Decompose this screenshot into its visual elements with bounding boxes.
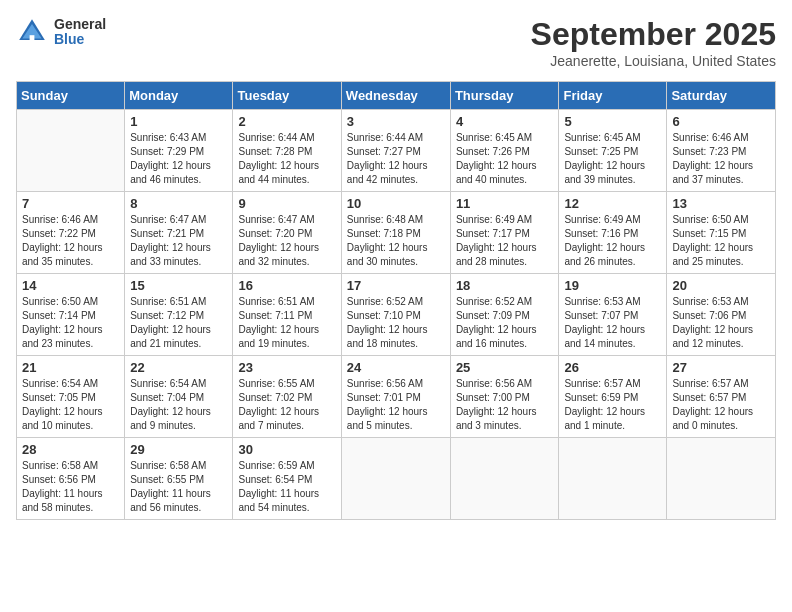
header-cell-wednesday: Wednesday xyxy=(341,82,450,110)
day-cell: 8Sunrise: 6:47 AM Sunset: 7:21 PM Daylig… xyxy=(125,192,233,274)
day-number: 11 xyxy=(456,196,554,211)
day-number: 19 xyxy=(564,278,661,293)
day-cell: 30Sunrise: 6:59 AM Sunset: 6:54 PM Dayli… xyxy=(233,438,341,520)
week-row-2: 14Sunrise: 6:50 AM Sunset: 7:14 PM Dayli… xyxy=(17,274,776,356)
day-info: Sunrise: 6:48 AM Sunset: 7:18 PM Dayligh… xyxy=(347,213,445,269)
day-number: 10 xyxy=(347,196,445,211)
day-cell: 29Sunrise: 6:58 AM Sunset: 6:55 PM Dayli… xyxy=(125,438,233,520)
day-number: 26 xyxy=(564,360,661,375)
day-info: Sunrise: 6:50 AM Sunset: 7:14 PM Dayligh… xyxy=(22,295,119,351)
day-number: 27 xyxy=(672,360,770,375)
logo-icon xyxy=(16,16,48,48)
calendar-header: SundayMondayTuesdayWednesdayThursdayFrid… xyxy=(17,82,776,110)
day-cell: 28Sunrise: 6:58 AM Sunset: 6:56 PM Dayli… xyxy=(17,438,125,520)
day-cell: 22Sunrise: 6:54 AM Sunset: 7:04 PM Dayli… xyxy=(125,356,233,438)
day-info: Sunrise: 6:46 AM Sunset: 7:23 PM Dayligh… xyxy=(672,131,770,187)
day-cell: 24Sunrise: 6:56 AM Sunset: 7:01 PM Dayli… xyxy=(341,356,450,438)
title-block: September 2025 Jeanerette, Louisiana, Un… xyxy=(531,16,776,69)
day-info: Sunrise: 6:58 AM Sunset: 6:55 PM Dayligh… xyxy=(130,459,227,515)
day-cell: 26Sunrise: 6:57 AM Sunset: 6:59 PM Dayli… xyxy=(559,356,667,438)
day-cell: 14Sunrise: 6:50 AM Sunset: 7:14 PM Dayli… xyxy=(17,274,125,356)
day-info: Sunrise: 6:49 AM Sunset: 7:17 PM Dayligh… xyxy=(456,213,554,269)
day-number: 21 xyxy=(22,360,119,375)
day-cell: 13Sunrise: 6:50 AM Sunset: 7:15 PM Dayli… xyxy=(667,192,776,274)
day-info: Sunrise: 6:52 AM Sunset: 7:10 PM Dayligh… xyxy=(347,295,445,351)
day-number: 15 xyxy=(130,278,227,293)
day-info: Sunrise: 6:49 AM Sunset: 7:16 PM Dayligh… xyxy=(564,213,661,269)
day-number: 7 xyxy=(22,196,119,211)
day-number: 30 xyxy=(238,442,335,457)
day-cell: 7Sunrise: 6:46 AM Sunset: 7:22 PM Daylig… xyxy=(17,192,125,274)
week-row-0: 1Sunrise: 6:43 AM Sunset: 7:29 PM Daylig… xyxy=(17,110,776,192)
day-info: Sunrise: 6:47 AM Sunset: 7:21 PM Dayligh… xyxy=(130,213,227,269)
day-number: 1 xyxy=(130,114,227,129)
day-number: 25 xyxy=(456,360,554,375)
day-cell: 9Sunrise: 6:47 AM Sunset: 7:20 PM Daylig… xyxy=(233,192,341,274)
day-number: 29 xyxy=(130,442,227,457)
header-cell-saturday: Saturday xyxy=(667,82,776,110)
page-header: General Blue September 2025 Jeanerette, … xyxy=(16,16,776,69)
day-cell xyxy=(667,438,776,520)
day-cell: 20Sunrise: 6:53 AM Sunset: 7:06 PM Dayli… xyxy=(667,274,776,356)
day-info: Sunrise: 6:52 AM Sunset: 7:09 PM Dayligh… xyxy=(456,295,554,351)
day-number: 14 xyxy=(22,278,119,293)
day-number: 3 xyxy=(347,114,445,129)
month-title: September 2025 xyxy=(531,16,776,53)
day-cell: 5Sunrise: 6:45 AM Sunset: 7:25 PM Daylig… xyxy=(559,110,667,192)
header-cell-thursday: Thursday xyxy=(450,82,559,110)
day-info: Sunrise: 6:50 AM Sunset: 7:15 PM Dayligh… xyxy=(672,213,770,269)
day-cell: 1Sunrise: 6:43 AM Sunset: 7:29 PM Daylig… xyxy=(125,110,233,192)
day-number: 4 xyxy=(456,114,554,129)
day-cell: 21Sunrise: 6:54 AM Sunset: 7:05 PM Dayli… xyxy=(17,356,125,438)
day-info: Sunrise: 6:45 AM Sunset: 7:26 PM Dayligh… xyxy=(456,131,554,187)
location: Jeanerette, Louisiana, United States xyxy=(531,53,776,69)
day-cell xyxy=(559,438,667,520)
day-info: Sunrise: 6:55 AM Sunset: 7:02 PM Dayligh… xyxy=(238,377,335,433)
day-number: 6 xyxy=(672,114,770,129)
day-cell xyxy=(17,110,125,192)
day-info: Sunrise: 6:45 AM Sunset: 7:25 PM Dayligh… xyxy=(564,131,661,187)
day-info: Sunrise: 6:44 AM Sunset: 7:27 PM Dayligh… xyxy=(347,131,445,187)
day-number: 13 xyxy=(672,196,770,211)
day-info: Sunrise: 6:54 AM Sunset: 7:05 PM Dayligh… xyxy=(22,377,119,433)
day-info: Sunrise: 6:53 AM Sunset: 7:06 PM Dayligh… xyxy=(672,295,770,351)
day-cell: 4Sunrise: 6:45 AM Sunset: 7:26 PM Daylig… xyxy=(450,110,559,192)
week-row-4: 28Sunrise: 6:58 AM Sunset: 6:56 PM Dayli… xyxy=(17,438,776,520)
logo: General Blue xyxy=(16,16,106,48)
day-cell: 10Sunrise: 6:48 AM Sunset: 7:18 PM Dayli… xyxy=(341,192,450,274)
day-number: 5 xyxy=(564,114,661,129)
calendar-body: 1Sunrise: 6:43 AM Sunset: 7:29 PM Daylig… xyxy=(17,110,776,520)
day-cell: 12Sunrise: 6:49 AM Sunset: 7:16 PM Dayli… xyxy=(559,192,667,274)
calendar-table: SundayMondayTuesdayWednesdayThursdayFrid… xyxy=(16,81,776,520)
day-number: 24 xyxy=(347,360,445,375)
day-number: 28 xyxy=(22,442,119,457)
day-cell: 2Sunrise: 6:44 AM Sunset: 7:28 PM Daylig… xyxy=(233,110,341,192)
header-cell-sunday: Sunday xyxy=(17,82,125,110)
header-cell-monday: Monday xyxy=(125,82,233,110)
logo-blue-label: Blue xyxy=(54,32,106,47)
day-cell: 18Sunrise: 6:52 AM Sunset: 7:09 PM Dayli… xyxy=(450,274,559,356)
logo-text: General Blue xyxy=(54,17,106,48)
day-number: 18 xyxy=(456,278,554,293)
day-info: Sunrise: 6:56 AM Sunset: 7:00 PM Dayligh… xyxy=(456,377,554,433)
day-info: Sunrise: 6:46 AM Sunset: 7:22 PM Dayligh… xyxy=(22,213,119,269)
week-row-1: 7Sunrise: 6:46 AM Sunset: 7:22 PM Daylig… xyxy=(17,192,776,274)
day-info: Sunrise: 6:53 AM Sunset: 7:07 PM Dayligh… xyxy=(564,295,661,351)
day-number: 16 xyxy=(238,278,335,293)
day-number: 23 xyxy=(238,360,335,375)
day-number: 8 xyxy=(130,196,227,211)
day-cell: 23Sunrise: 6:55 AM Sunset: 7:02 PM Dayli… xyxy=(233,356,341,438)
day-cell: 27Sunrise: 6:57 AM Sunset: 6:57 PM Dayli… xyxy=(667,356,776,438)
day-number: 22 xyxy=(130,360,227,375)
day-info: Sunrise: 6:56 AM Sunset: 7:01 PM Dayligh… xyxy=(347,377,445,433)
header-cell-friday: Friday xyxy=(559,82,667,110)
logo-general-label: General xyxy=(54,17,106,32)
day-cell xyxy=(341,438,450,520)
day-number: 20 xyxy=(672,278,770,293)
day-number: 12 xyxy=(564,196,661,211)
day-info: Sunrise: 6:43 AM Sunset: 7:29 PM Dayligh… xyxy=(130,131,227,187)
day-cell: 11Sunrise: 6:49 AM Sunset: 7:17 PM Dayli… xyxy=(450,192,559,274)
day-info: Sunrise: 6:59 AM Sunset: 6:54 PM Dayligh… xyxy=(238,459,335,515)
day-info: Sunrise: 6:58 AM Sunset: 6:56 PM Dayligh… xyxy=(22,459,119,515)
day-info: Sunrise: 6:44 AM Sunset: 7:28 PM Dayligh… xyxy=(238,131,335,187)
